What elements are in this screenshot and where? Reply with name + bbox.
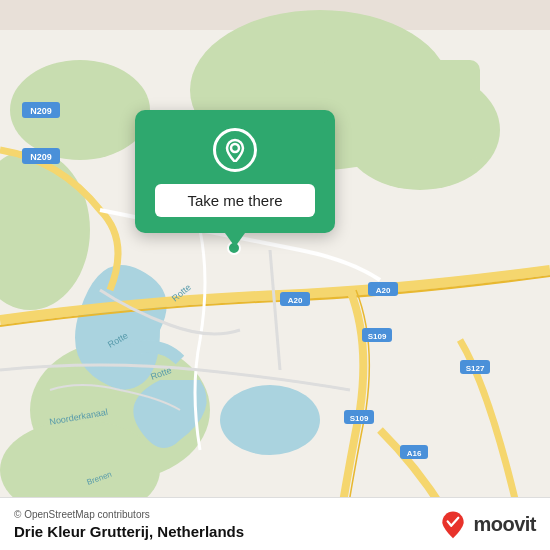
svg-point-31: [231, 144, 239, 152]
moovit-text: moovit: [473, 513, 536, 536]
marker-icon: [213, 128, 257, 172]
svg-rect-3: [320, 60, 480, 160]
svg-point-8: [220, 385, 320, 455]
map-background: N209 N209 A20 A20 S109 S109 S127 A16 Rot…: [0, 0, 550, 550]
bottom-bar: © OpenStreetMap contributors Drie Kleur …: [0, 497, 550, 550]
take-me-there-button[interactable]: Take me there: [155, 184, 315, 217]
location-name: Drie Kleur Grutterij, Netherlands: [14, 523, 244, 540]
svg-text:A20: A20: [288, 296, 303, 305]
svg-text:N209: N209: [30, 106, 52, 116]
svg-text:S127: S127: [466, 364, 485, 373]
svg-text:A20: A20: [376, 286, 391, 295]
map-container: N209 N209 A20 A20 S109 S109 S127 A16 Rot…: [0, 0, 550, 550]
bottom-left: © OpenStreetMap contributors Drie Kleur …: [14, 509, 244, 540]
popup-card: Take me there: [135, 110, 335, 233]
svg-text:S109: S109: [368, 332, 387, 341]
svg-text:N209: N209: [30, 152, 52, 162]
osm-credit: © OpenStreetMap contributors: [14, 509, 244, 520]
svg-text:S109: S109: [350, 414, 369, 423]
moovit-icon: [437, 508, 469, 540]
svg-text:A16: A16: [407, 449, 422, 458]
moovit-logo[interactable]: moovit: [437, 508, 536, 540]
